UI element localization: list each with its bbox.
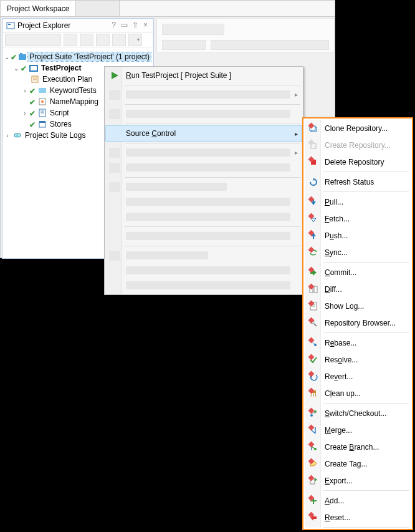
menu-item-export[interactable]: Export... [305,472,411,489]
check-icon: ✔ [11,53,17,60]
panel-close-button[interactable]: × [141,21,150,29]
submenu-label: Commit... [325,268,356,277]
tree-node-suite[interactable]: ⌄ ✔ Project Suite 'TestProject' (1 proje… [4,51,151,62]
menu-item-showlog[interactable]: Show Log... [305,297,411,314]
menu-item-refresh[interactable]: Refresh Status [305,173,411,190]
menu-item-placeholder[interactable] [106,160,302,175]
log-icon [308,301,319,312]
panel-header: Project Explorer ? ▭ ⇧ × [2,19,153,32]
svg-point-10 [41,100,44,103]
panel-pin-button[interactable]: ⇧ [131,21,139,29]
submenu-label: Pull... [325,198,343,206]
push-icon [308,230,319,241]
svg-rect-2 [19,54,26,60]
menu-item-placeholder[interactable] [106,263,302,278]
menu-item-revert[interactable]: Revert... [305,368,411,385]
expand-icon[interactable]: › [21,110,29,117]
menu-item-placeholder[interactable] [106,107,302,122]
editor-toolbar [156,18,335,53]
menu-item-placeholder[interactable]: ▸ [106,145,302,160]
panel-title: Project Explorer [17,21,107,30]
menu-item-delete-repo[interactable]: Delete Repository [305,153,411,170]
menu-item-placeholder[interactable] [106,229,302,244]
tree-label-script: Script [49,109,70,117]
toolbar-btn-1[interactable] [5,34,61,46]
menu-item-placeholder[interactable] [106,195,302,210]
menu-item-reset[interactable]: Reset... [305,509,411,526]
toolbar-btn-3[interactable] [80,34,93,46]
expand-icon[interactable]: ⌄ [12,65,20,72]
tab-ghost[interactable] [76,1,120,16]
tree-label-stores: Stores [49,120,73,128]
submenu-label: Create Tag... [325,460,368,468]
repo-browser-icon [308,317,319,329]
menu-item-push[interactable]: Push... [305,227,411,244]
menu-item-placeholder[interactable] [106,278,302,293]
explorer-icon [6,21,15,30]
submenu-label: Fetch... [325,215,350,223]
keyword-tests-icon [37,85,47,95]
submenu-label: Create Branch... [325,443,379,452]
panel-help-button[interactable]: ? [110,21,118,29]
rebase-icon [308,337,319,349]
menu-item-placeholder[interactable] [106,180,302,195]
toolbar-btn-4[interactable] [96,34,110,46]
submenu-label: Resolve... [325,355,358,364]
menu-item-sync[interactable]: Sync... [305,244,411,261]
menu-item-resolve[interactable]: Resolve... [305,351,411,368]
menu-separator [125,85,300,85]
suite-icon [18,52,27,62]
svg-rect-3 [20,53,22,55]
menu-item-source-control[interactable]: Source Control ▸ [106,126,302,141]
expand-icon[interactable]: ⌄ [4,54,11,60]
menu-item-fetch[interactable]: Fetch... [305,210,411,227]
check-icon: ✔ [20,64,27,72]
submenu-separator [323,262,409,263]
menu-item-create-tag[interactable]: Create Tag... [305,455,411,472]
submenu-label: Refresh Status [325,178,374,186]
menu-item-cleanup[interactable]: Clean up... [305,385,411,402]
toolbar-btn-2[interactable] [64,34,77,46]
menu-separator [125,104,300,105]
menu-item-repo-browser[interactable]: Repository Browser... [305,314,411,331]
menu-item-create-branch[interactable]: Create Branch... [305,438,411,455]
menu-item-settings[interactable]: Settings... [305,529,411,532]
branch-icon [308,442,319,453]
panel-restore-button[interactable]: ▭ [120,21,128,29]
menu-item-add[interactable]: Add... [305,492,411,509]
resolve-icon [308,354,319,365]
menu-item-diff[interactable]: Diff... [305,281,411,297]
submenu-separator [323,403,409,404]
menu-item-merge[interactable]: Merge... [305,422,411,438]
diff-icon [308,284,319,295]
svg-rect-4 [30,65,37,71]
expand-icon[interactable]: › [4,132,11,139]
submenu-separator [323,527,409,528]
submenu-label: Repository Browser... [325,319,396,327]
submenu-label: Push... [325,231,348,240]
menu-item-placeholder[interactable] [106,210,302,225]
menu-item-pull[interactable]: Pull... [305,193,411,210]
submenu-separator [323,172,409,172]
menu-item-commit[interactable]: Commit... [305,264,411,281]
sync-icon [308,247,319,258]
switch-icon [308,408,319,419]
toolbar-btn-5[interactable] [112,34,126,46]
menu-item-placeholder[interactable]: ▸ [106,87,302,102]
menu-item-placeholder[interactable] [106,248,302,263]
expand-icon[interactable]: › [21,87,29,94]
tab-project-workspace[interactable]: Project Workspace [1,1,76,16]
reset-icon [308,512,319,523]
menu-separator [125,246,300,246]
submenu-arrow-icon: ▸ [295,130,298,137]
submenu-label: Rebase... [325,339,356,347]
menu-item-switch[interactable]: Switch/Checkout... [305,405,411,422]
submenu-label: Switch/Checkout... [325,409,386,418]
menu-item-clone-repo[interactable]: Clone Repository... [305,120,411,137]
submenu-label: Revert... [325,372,353,381]
svg-rect-28 [313,236,314,239]
menu-item-rebase[interactable]: Rebase... [305,334,411,351]
menu-item-run[interactable]: Run TestProject [ Project Suite ] [106,68,302,83]
name-mapping-icon [37,97,47,107]
toolbar-dropdown[interactable] [128,34,142,46]
